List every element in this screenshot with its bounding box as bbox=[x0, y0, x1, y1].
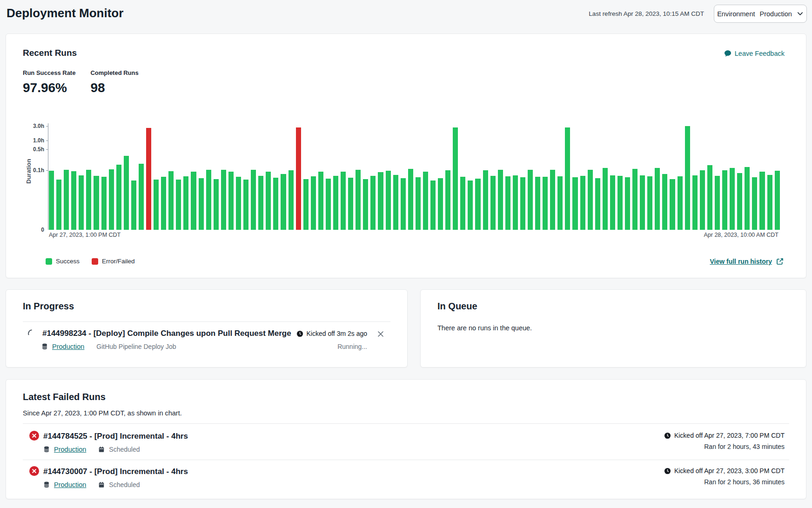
chart-bar[interactable] bbox=[86, 170, 91, 230]
chart-bar[interactable] bbox=[445, 170, 450, 230]
chart-bar[interactable] bbox=[430, 180, 436, 230]
chart-bar[interactable] bbox=[79, 175, 84, 230]
chart-bar[interactable] bbox=[94, 176, 99, 230]
chart-bar[interactable] bbox=[617, 176, 623, 230]
chart-bar[interactable] bbox=[116, 165, 121, 230]
chart-bar[interactable] bbox=[370, 176, 376, 230]
chart-bar[interactable] bbox=[228, 172, 234, 230]
chart-bar[interactable] bbox=[356, 170, 361, 230]
chart-bar[interactable] bbox=[176, 180, 181, 230]
chart-bar[interactable] bbox=[670, 179, 675, 230]
chart-bar[interactable] bbox=[468, 180, 473, 230]
chart-bar[interactable] bbox=[71, 171, 76, 230]
chart-bar[interactable] bbox=[730, 168, 735, 230]
chart-bar[interactable] bbox=[191, 172, 196, 230]
chart-bar[interactable] bbox=[311, 176, 316, 230]
chart-bar[interactable] bbox=[475, 179, 480, 230]
chart-bar[interactable] bbox=[535, 177, 540, 230]
chart-bar[interactable] bbox=[206, 170, 211, 230]
chart-bar[interactable] bbox=[49, 171, 54, 230]
environment-link[interactable]: Production bbox=[52, 343, 84, 350]
chart-bar[interactable] bbox=[595, 178, 600, 230]
chart-bar[interactable] bbox=[662, 174, 667, 230]
close-icon[interactable] bbox=[377, 331, 384, 337]
chart-bar[interactable] bbox=[700, 170, 705, 230]
environment-dropdown[interactable]: Environment Production bbox=[714, 5, 807, 23]
chart-bar[interactable] bbox=[161, 177, 166, 230]
chart-bar[interactable] bbox=[490, 176, 496, 230]
chart-bar[interactable] bbox=[183, 176, 188, 230]
chart-bar[interactable] bbox=[707, 165, 712, 230]
chart-bar[interactable] bbox=[214, 179, 219, 230]
chart-bar[interactable] bbox=[557, 176, 563, 230]
environment-link[interactable]: Production bbox=[54, 446, 86, 453]
chart-bar[interactable] bbox=[580, 176, 585, 230]
chart-bar[interactable] bbox=[273, 178, 278, 230]
chart-bar[interactable] bbox=[303, 179, 309, 230]
chart-bar[interactable] bbox=[513, 175, 518, 230]
view-full-run-history-link[interactable]: View full run history bbox=[710, 258, 784, 265]
chart-bar[interactable] bbox=[131, 180, 136, 230]
chart-bar[interactable] bbox=[603, 168, 608, 230]
chart-bar[interactable] bbox=[483, 170, 488, 230]
chart-bar[interactable] bbox=[236, 177, 241, 230]
chart-bar[interactable] bbox=[146, 128, 151, 230]
chart-bar[interactable] bbox=[775, 171, 780, 230]
environment-link[interactable]: Production bbox=[54, 481, 86, 488]
chart-bar[interactable] bbox=[423, 172, 428, 230]
chart-bar[interactable] bbox=[416, 177, 421, 230]
chart-bar[interactable] bbox=[101, 177, 107, 230]
chart-bar[interactable] bbox=[745, 167, 750, 230]
chart-bar[interactable] bbox=[678, 176, 683, 230]
chart-bar[interactable] bbox=[386, 171, 391, 230]
chart-bar[interactable] bbox=[625, 177, 630, 230]
chart-bar[interactable] bbox=[692, 175, 698, 230]
chart-bar[interactable] bbox=[737, 173, 742, 230]
chart-bar[interactable] bbox=[378, 172, 383, 230]
chart-bar[interactable] bbox=[572, 177, 577, 230]
chart-bar[interactable] bbox=[505, 176, 510, 230]
chart-bar[interactable] bbox=[341, 172, 346, 230]
chart-bar[interactable] bbox=[56, 180, 61, 230]
chart-bar[interactable] bbox=[460, 177, 465, 230]
chart-bar[interactable] bbox=[408, 169, 413, 230]
chart-bar[interactable] bbox=[258, 176, 263, 230]
chart-bar[interactable] bbox=[632, 169, 638, 230]
chart-bar[interactable] bbox=[550, 170, 555, 230]
chart-bar[interactable] bbox=[348, 178, 353, 230]
chart-bar[interactable] bbox=[565, 127, 570, 230]
chart-bar[interactable] bbox=[154, 180, 159, 230]
chart-bar[interactable] bbox=[281, 174, 286, 230]
chart-bar[interactable] bbox=[722, 170, 727, 230]
chart-bar[interactable] bbox=[401, 178, 406, 230]
chart-bar[interactable] bbox=[655, 168, 660, 230]
chart-bar[interactable] bbox=[168, 171, 174, 230]
chart-bar[interactable] bbox=[393, 175, 398, 230]
chart-bar[interactable] bbox=[453, 127, 458, 230]
chart-bar[interactable] bbox=[266, 172, 271, 230]
chart-bar[interactable] bbox=[588, 170, 593, 230]
chart-bar[interactable] bbox=[438, 178, 443, 230]
chart-bar[interactable] bbox=[124, 156, 129, 230]
chart-bar[interactable] bbox=[333, 176, 338, 230]
chart-bar[interactable] bbox=[199, 178, 204, 230]
chart-bar[interactable] bbox=[64, 170, 69, 230]
chart-bar[interactable] bbox=[767, 175, 772, 230]
chart-bar[interactable] bbox=[543, 177, 548, 230]
chart-bar[interactable] bbox=[647, 176, 652, 230]
chart-bar[interactable] bbox=[289, 170, 294, 230]
chart-bar[interactable] bbox=[109, 169, 114, 230]
chart-bar[interactable] bbox=[759, 172, 765, 230]
chart-bar[interactable] bbox=[610, 175, 615, 230]
chart-bar[interactable] bbox=[640, 175, 645, 230]
chart-bar[interactable] bbox=[326, 179, 331, 230]
chart-bar[interactable] bbox=[251, 170, 256, 230]
chart-bar[interactable] bbox=[498, 170, 503, 230]
chart-bar[interactable] bbox=[318, 172, 323, 230]
chart-bar[interactable] bbox=[520, 177, 525, 230]
chart-bar[interactable] bbox=[221, 170, 226, 230]
chart-bar[interactable] bbox=[715, 176, 720, 230]
chart-bar[interactable] bbox=[243, 180, 248, 230]
leave-feedback-button[interactable]: Leave Feedback bbox=[724, 50, 785, 57]
chart-bar[interactable] bbox=[528, 170, 533, 230]
